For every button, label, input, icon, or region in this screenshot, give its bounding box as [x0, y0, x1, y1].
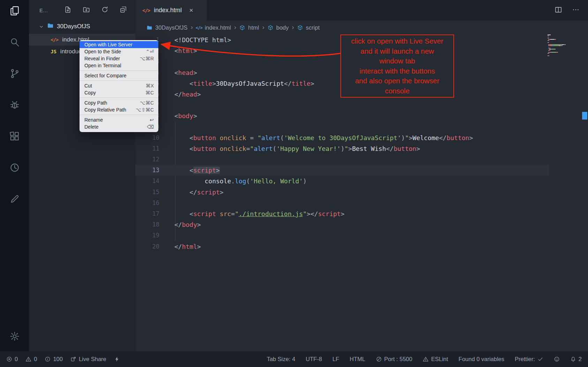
line-number: 11 [135, 143, 174, 154]
code-line[interactable]: 3 [135, 56, 549, 67]
eol[interactable]: LF [332, 356, 339, 362]
smiley-icon [554, 356, 560, 362]
menu-item-open-to-the-side[interactable]: Open to the Side⌃⏎ [80, 48, 158, 55]
notifications[interactable]: 2 [570, 356, 582, 362]
breadcrumb-index-html[interactable]: </>index.html [196, 24, 231, 31]
code-line[interactable]: 13 <script> [135, 165, 549, 176]
code-line[interactable]: 6</head> [135, 89, 549, 100]
js-icon: JS [51, 49, 56, 54]
code-line[interactable]: 5 <title>30DaysOfJavaScript</title> [135, 78, 549, 89]
code-line[interactable]: 15 </script> [135, 187, 549, 198]
activity-history[interactable] [9, 162, 20, 174]
feedback-smiley[interactable] [554, 356, 560, 362]
code-editor[interactable]: 1<!DOCTYPE html>2<html>34<head>5 <title>… [135, 35, 588, 351]
activity-explorer[interactable] [9, 6, 20, 17]
breadcrumb-body[interactable]: body [267, 24, 289, 31]
menu-item-reveal-in-finder[interactable]: Reveal in Finder⌥⌘R [80, 55, 158, 62]
menu-item-copy-path[interactable]: Copy Path⌥⌘C [80, 99, 158, 106]
line-content: console.log('Hello, World') [174, 176, 549, 186]
problems-errors[interactable]: 0 [6, 356, 18, 362]
activity-settings[interactable] [9, 331, 20, 343]
new-folder-button[interactable] [83, 6, 90, 15]
encoding[interactable]: UTF-8 [306, 356, 322, 362]
breadcrumb: 30DaysOfJS›</>index.html›html›body›scrip… [135, 21, 588, 35]
code-line[interactable]: 17 <script src="./introduction.js"></scr… [135, 208, 549, 219]
menu-item-label: Reveal in Finder [84, 56, 120, 61]
refresh-button[interactable] [101, 6, 108, 15]
tab-index-html[interactable]: </> index.html ✕ [135, 0, 207, 21]
tab-size[interactable]: Tab Size: 4 [267, 356, 295, 362]
prettier[interactable]: Prettier: [515, 356, 543, 362]
menu-item-copy-relative-path[interactable]: Copy Relative Path⌥⇧⌘C [80, 106, 158, 113]
quick-action[interactable] [114, 356, 120, 362]
activity-run-debug[interactable] [9, 100, 20, 112]
line-content [174, 100, 549, 110]
breadcrumb-html[interactable]: html [239, 24, 259, 31]
liveshare-icon [70, 356, 76, 362]
code-line[interactable]: 16 [135, 198, 549, 208]
variables-found[interactable]: Found 0 variables [459, 356, 504, 362]
menu-item-copy[interactable]: Copy⌘C [80, 89, 158, 96]
menu-item-select-for-compare[interactable]: Select for Compare [80, 72, 158, 79]
line-content: <head> [174, 67, 549, 78]
code-line[interactable]: 14 console.log('Hello, World') [135, 176, 549, 186]
warning-icon [25, 356, 31, 362]
code-line[interactable]: 20</html> [135, 241, 549, 252]
menu-separator [80, 70, 158, 71]
minimap-line [548, 37, 581, 37]
context-menu: Open with Live ServerOpen to the Side⌃⏎R… [80, 40, 158, 132]
collapse-all-button[interactable] [120, 6, 127, 15]
code-line[interactable]: 1<!DOCTYPE html> [135, 35, 549, 45]
metric-indicator[interactable]: 100 [45, 356, 63, 362]
menu-item-open-with-live-server[interactable]: Open with Live Server [80, 41, 158, 48]
menu-item-label: Cut [84, 83, 92, 89]
problems-warnings[interactable]: 0 [25, 356, 37, 362]
breadcrumb-script[interactable]: script [297, 24, 319, 31]
close-tab-icon[interactable]: ✕ [189, 7, 194, 14]
more-actions-icon [572, 6, 580, 14]
language-mode[interactable]: HTML [350, 356, 365, 362]
line-content [174, 230, 549, 241]
breadcrumb-30daysofjs[interactable]: 30DaysOfJS [146, 24, 188, 31]
line-content: </body> [174, 219, 549, 230]
sidebar-toolbar [64, 6, 127, 15]
activity-source-control[interactable] [9, 68, 20, 80]
code-line[interactable]: 18</body> [135, 219, 549, 230]
line-number: 12 [135, 154, 174, 165]
menu-item-cut[interactable]: Cut⌘X [80, 82, 158, 89]
minimap-line [548, 55, 581, 56]
tree-item-root-folder[interactable]: 30DaysOfJS [29, 21, 135, 32]
minimap[interactable] [548, 35, 581, 56]
folder-icon [47, 22, 54, 29]
code-line[interactable]: 12 [135, 154, 549, 165]
minimap-line [548, 48, 581, 48]
code-line[interactable]: 8<body> [135, 110, 549, 121]
source-control-icon [9, 68, 20, 79]
menu-item-shortcut: ⌘X [146, 83, 154, 89]
line-content [174, 122, 549, 132]
code-line[interactable]: 9 [135, 122, 549, 132]
line-content [174, 154, 549, 165]
code-line[interactable]: 19 [135, 230, 549, 241]
code-line[interactable]: 10 <button onclick = "alert('Welcome to … [135, 132, 549, 143]
live-share[interactable]: Live Share [70, 356, 106, 362]
code-line[interactable]: 11 <button onclick="alert('Happy New Yea… [135, 143, 549, 154]
split-editor-button[interactable] [555, 6, 562, 15]
live-server-port[interactable]: Port : 5500 [376, 356, 413, 362]
code-line[interactable]: 7 [135, 100, 549, 110]
eslint[interactable]: ESLint [423, 356, 448, 362]
activity-search[interactable] [9, 37, 20, 49]
new-file-button[interactable] [64, 6, 71, 15]
status-right: Tab Size: 4UTF-8LFHTMLPort : 5500ESLintF… [267, 356, 582, 362]
code-line[interactable]: 2<html> [135, 45, 549, 56]
more-actions-button[interactable] [572, 6, 580, 15]
menu-item-label: Open in Terminal [84, 63, 121, 68]
menu-item-delete[interactable]: Delete⌫ [80, 123, 158, 130]
minimap-line [548, 36, 581, 36]
menu-item-rename[interactable]: Rename↩ [80, 116, 158, 123]
activity-extensions[interactable] [9, 131, 20, 143]
activity-feedback[interactable] [9, 194, 20, 206]
folder-icon [146, 25, 152, 31]
code-line[interactable]: 4<head> [135, 67, 549, 78]
menu-item-open-in-terminal[interactable]: Open in Terminal [80, 62, 158, 69]
